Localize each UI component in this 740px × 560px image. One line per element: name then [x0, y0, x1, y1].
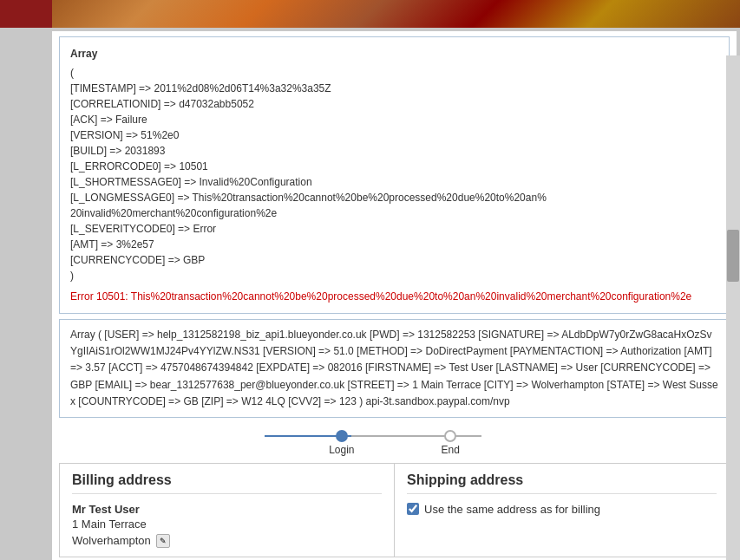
red-accent-block — [0, 0, 52, 28]
same-address-checkbox[interactable] — [407, 503, 419, 515]
billing-address-box: Billing address Mr Test User 1 Main Terr… — [60, 464, 395, 557]
content-area: Array ([TIMESTAMP] => 2011%2d08%2d06T14%… — [52, 31, 737, 560]
step-end: End — [442, 430, 460, 456]
same-address-label[interactable]: Use the same address as for billing — [424, 503, 600, 516]
billing-city: Wolverhampton — [72, 534, 151, 547]
api-text: Array ( [USER] => help_1312582198_biz_ap… — [70, 329, 718, 407]
step-dot-login — [336, 430, 348, 442]
edit-icon[interactable]: ✎ — [156, 534, 170, 548]
billing-name: Mr Test User — [72, 503, 382, 516]
step-label-end: End — [442, 444, 460, 456]
api-call-block: Array ( [USER] => help_1312582198_biz_ap… — [59, 319, 730, 418]
step-dot-end — [444, 430, 456, 442]
step-label-login: Login — [329, 444, 354, 456]
shipping-address-box: Shipping address Use the same address as… — [395, 464, 729, 557]
error-line: Error 10501: This%20transaction%20cannot… — [70, 289, 718, 304]
same-address-row: Use the same address as for billing — [407, 503, 717, 516]
shipping-address-title: Shipping address — [407, 472, 717, 494]
error-array-block: Array ([TIMESTAMP] => 2011%2d08%2d06T14%… — [59, 36, 730, 314]
step-container: Login End — [329, 430, 460, 456]
billing-city-row: Wolverhampton ✎ — [72, 534, 382, 548]
array-title: Array — [70, 46, 718, 62]
scrollbar-thumb[interactable] — [727, 230, 739, 282]
header-image — [0, 0, 740, 28]
error-details: ([TIMESTAMP] => 2011%2d08%2d06T14%3a32%3… — [70, 65, 718, 283]
billing-address-title: Billing address — [72, 472, 382, 494]
addresses-section: Billing address Mr Test User 1 Main Terr… — [59, 463, 730, 557]
scrollbar[interactable] — [726, 55, 740, 560]
progress-section: Login End — [59, 423, 730, 459]
billing-street: 1 Main Terrace — [72, 518, 382, 531]
step-login: Login — [329, 430, 354, 456]
sidebar — [0, 28, 52, 560]
